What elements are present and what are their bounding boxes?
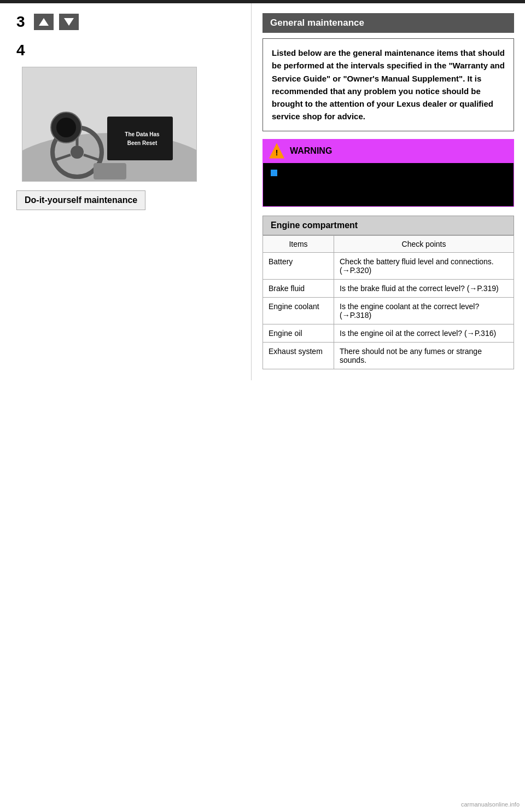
right-column: General maintenance Listed below are the…	[252, 3, 525, 380]
nav-up-button[interactable]	[34, 14, 54, 30]
svg-marker-0	[39, 18, 49, 26]
svg-text:Been Reset: Been Reset	[127, 140, 158, 146]
table-cell-check: Check the battery fluid level and connec…	[334, 252, 514, 279]
engine-compartment-header: Engine compartment	[262, 216, 514, 235]
section-nav: 3	[16, 13, 240, 31]
table-cell-item: Exhaust system	[263, 342, 334, 369]
warning-bullet-icon	[271, 170, 277, 176]
diy-header: Do-it-yourself maintenance	[16, 190, 145, 210]
table-row: Exhaust systemThere should not be any fu…	[263, 342, 514, 369]
svg-marker-1	[64, 18, 74, 26]
table-header-checkpoints: Check points	[334, 235, 514, 252]
table-header-items: Items	[263, 235, 334, 252]
warning-header: WARNING	[262, 139, 514, 163]
table-row: Brake fluidIs the brake fluid at the cor…	[263, 279, 514, 297]
watermark: carmanualsonline.info	[461, 801, 520, 808]
table-cell-check: There should not be any fumes or strange…	[334, 342, 514, 369]
table-row: BatteryCheck the battery fluid level and…	[263, 252, 514, 279]
table-cell-item: Brake fluid	[263, 279, 334, 297]
warning-body	[262, 163, 514, 207]
table-cell-check: Is the engine oil at the correct level? …	[334, 324, 514, 342]
table-cell-check: Is the engine coolant at the correct lev…	[334, 297, 514, 324]
general-maintenance-text: Listed below are the general maintenance…	[262, 38, 514, 131]
table-cell-item: Battery	[263, 252, 334, 279]
general-maintenance-header: General maintenance	[262, 13, 514, 33]
svg-text:The Data Has: The Data Has	[125, 131, 160, 137]
dashboard-image: The Data Has Been Reset	[22, 67, 197, 182]
section-number: 3	[16, 13, 25, 31]
table-row: Engine coolantIs the engine coolant at t…	[263, 297, 514, 324]
maintenance-table: Items Check points BatteryCheck the batt…	[262, 235, 514, 369]
step-number: 4	[16, 42, 240, 59]
nav-down-button[interactable]	[59, 14, 79, 30]
svg-point-11	[56, 118, 76, 137]
table-row: Engine oilIs the engine oil at the corre…	[263, 324, 514, 342]
warning-triangle-icon	[269, 143, 284, 159]
warning-label: WARNING	[290, 146, 332, 156]
svg-rect-12	[94, 163, 126, 179]
svg-point-5	[71, 146, 84, 159]
table-cell-check: Is the brake fluid at the correct level?…	[334, 279, 514, 297]
left-column: 3 4	[0, 3, 252, 380]
svg-rect-13	[118, 125, 166, 152]
table-cell-item: Engine coolant	[263, 297, 334, 324]
table-cell-item: Engine oil	[263, 324, 334, 342]
